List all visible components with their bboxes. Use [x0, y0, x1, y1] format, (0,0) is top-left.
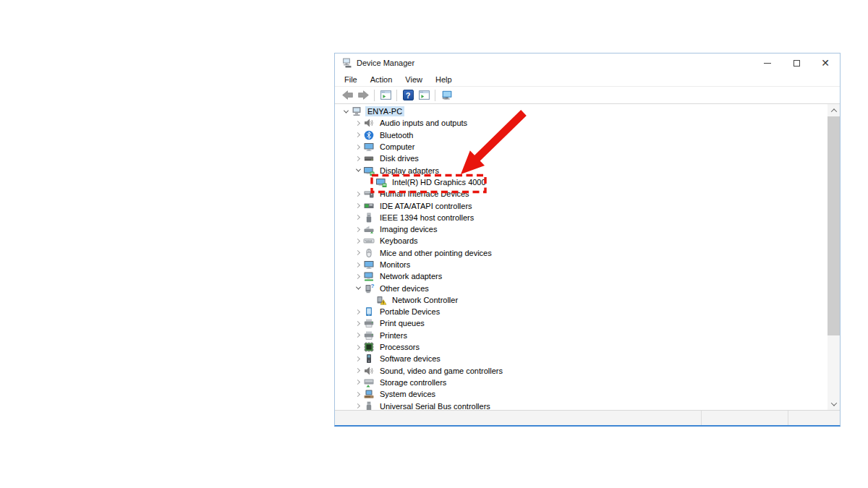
tree-item-processors[interactable]: Processors — [335, 341, 827, 353]
tree-item-storage-controllers[interactable]: Storage controllers — [335, 377, 827, 388]
tree-item-label: Other devices — [378, 283, 431, 294]
chevron-collapsed-icon[interactable] — [353, 145, 363, 149]
tree-item-print-queues[interactable]: Print queues — [335, 317, 827, 329]
show-action-pane-button[interactable] — [416, 88, 432, 103]
tree-item-disk-drives[interactable]: Disk drives — [335, 153, 827, 164]
tree-item-bluetooth[interactable]: Bluetooth — [335, 129, 827, 141]
chevron-collapsed-icon[interactable] — [353, 393, 363, 396]
tree-item-label: Bluetooth — [378, 130, 415, 140]
scrollbar-thumb[interactable] — [827, 116, 840, 335]
chevron-collapsed-icon[interactable] — [353, 369, 363, 372]
tree-item-computer[interactable]: Computer — [335, 141, 827, 153]
chevron-collapsed-icon[interactable] — [353, 204, 363, 207]
menu-file[interactable]: File — [338, 74, 364, 85]
tree-item-universal-serial-bus-controllers[interactable]: Universal Serial Bus controllers — [335, 400, 827, 410]
tree-item-label: Network adapters — [378, 271, 444, 281]
portable-icon — [363, 306, 375, 317]
display-adapter-icon — [375, 176, 387, 188]
tree-item-ide-ata-atapi-controllers[interactable]: IDE ATA/ATAPI controllers — [335, 200, 827, 211]
bluetooth-icon — [363, 129, 375, 141]
chevron-collapsed-icon[interactable] — [353, 263, 363, 267]
chevron-expanded-icon[interactable] — [341, 110, 351, 114]
monitor-icon — [363, 259, 375, 270]
device-manager-icon — [341, 57, 352, 69]
toolbar-separator — [396, 90, 397, 101]
chevron-collapsed-icon[interactable] — [353, 239, 363, 243]
tree-item-sound-video-and-game-controllers[interactable]: Sound, video and game controllers — [335, 365, 827, 377]
chevron-collapsed-icon[interactable] — [353, 121, 363, 125]
scroll-down-button[interactable] — [827, 398, 840, 410]
close-button[interactable]: ✕ — [811, 53, 840, 72]
forward-button[interactable] — [355, 88, 371, 103]
show-console-tree-button[interactable] — [378, 88, 393, 103]
back-button[interactable] — [339, 88, 355, 103]
device-manager-window: Device Manager ✕ FileActionViewHelp ? EN… — [334, 53, 841, 427]
close-icon: ✕ — [821, 58, 830, 68]
tree-item-label: Network Controller — [390, 295, 460, 305]
menu-help[interactable]: Help — [429, 74, 459, 85]
software-icon — [363, 353, 375, 364]
ieee1394-icon — [363, 212, 375, 223]
chevron-collapsed-icon[interactable] — [353, 322, 363, 325]
processor-icon — [363, 341, 375, 353]
help-icon: ? — [403, 90, 414, 100]
speaker-icon — [363, 117, 375, 129]
chevron-collapsed-icon[interactable] — [353, 157, 363, 160]
tree-item-system-devices[interactable]: System devices — [335, 388, 827, 400]
vertical-scrollbar[interactable] — [827, 104, 840, 410]
menu-action[interactable]: Action — [364, 74, 399, 85]
tree-item-intel-r-hd-graphics-4000[interactable]: Intel(R) HD Graphics 4000 — [335, 176, 827, 188]
tree-item-label: Portable Devices — [378, 307, 442, 317]
tree-item-portable-devices[interactable]: Portable Devices — [335, 306, 827, 317]
menu-view[interactable]: View — [399, 74, 429, 85]
tree-item-label: Imaging devices — [378, 224, 440, 234]
chevron-expanded-icon[interactable] — [353, 286, 363, 290]
chevron-collapsed-icon[interactable] — [353, 215, 363, 219]
system-icon — [363, 388, 375, 400]
window-title: Device Manager — [357, 59, 414, 67]
chevron-collapsed-icon[interactable] — [353, 251, 363, 254]
tree-item-human-interface-devices[interactable]: Human Interface Devices — [335, 188, 827, 200]
chevron-collapsed-icon[interactable] — [353, 133, 363, 137]
tree-item-label: IDE ATA/ATAPI controllers — [378, 201, 475, 211]
window-controls: ✕ — [753, 53, 840, 72]
help-button[interactable]: ? — [400, 88, 416, 103]
tree-item-other-devices[interactable]: Other devices — [335, 282, 827, 294]
tree-item-label: Software devices — [378, 354, 443, 364]
chevron-collapsed-icon[interactable] — [353, 357, 363, 361]
mouse-icon — [363, 247, 375, 259]
scroll-up-button[interactable] — [827, 104, 840, 116]
tree-item-monitors[interactable]: Monitors — [335, 259, 827, 270]
chevron-collapsed-icon[interactable] — [353, 228, 363, 231]
tree-item-software-devices[interactable]: Software devices — [335, 353, 827, 364]
tree-item-network-adapters[interactable]: Network adapters — [335, 270, 827, 282]
monitor-icon — [363, 141, 375, 153]
maximize-button[interactable] — [782, 53, 811, 72]
chevron-collapsed-icon[interactable] — [353, 275, 363, 278]
chevron-collapsed-icon[interactable] — [353, 380, 363, 384]
tree-pane: ENYA-PCAudio inputs and outputsBluetooth… — [335, 104, 840, 410]
minimize-button[interactable] — [753, 53, 782, 72]
chevron-collapsed-icon[interactable] — [353, 333, 363, 337]
chevron-collapsed-icon[interactable] — [353, 192, 363, 196]
devices-view-button[interactable] — [438, 88, 454, 103]
chevron-collapsed-icon[interactable] — [353, 404, 363, 408]
speaker-icon — [363, 365, 375, 377]
disk-icon — [363, 153, 375, 164]
tree-item-display-adapters[interactable]: Display adapters — [335, 164, 827, 176]
tree-item-audio-inputs-and-outputs[interactable]: Audio inputs and outputs — [335, 117, 827, 129]
title-bar: Device Manager ✕ — [335, 53, 840, 72]
unknown-device-icon — [363, 283, 375, 294]
tree-item-enya-pc[interactable]: ENYA-PC — [335, 106, 827, 117]
chevron-down-icon — [830, 400, 836, 406]
tree-item-mice-and-other-pointing-devices[interactable]: Mice and other pointing devices — [335, 247, 827, 259]
tree-item-imaging-devices[interactable]: Imaging devices — [335, 223, 827, 235]
minimize-icon — [764, 63, 771, 64]
chevron-collapsed-icon[interactable] — [353, 310, 363, 314]
chevron-collapsed-icon[interactable] — [353, 346, 363, 349]
tree-item-keyboards[interactable]: Keyboards — [335, 235, 827, 247]
tree-item-printers[interactable]: Printers — [335, 330, 827, 341]
tree-item-ieee-1394-host-controllers[interactable]: IEEE 1394 host controllers — [335, 212, 827, 223]
tree-item-network-controller[interactable]: Network Controller — [335, 294, 827, 306]
chevron-expanded-icon[interactable] — [353, 168, 363, 172]
